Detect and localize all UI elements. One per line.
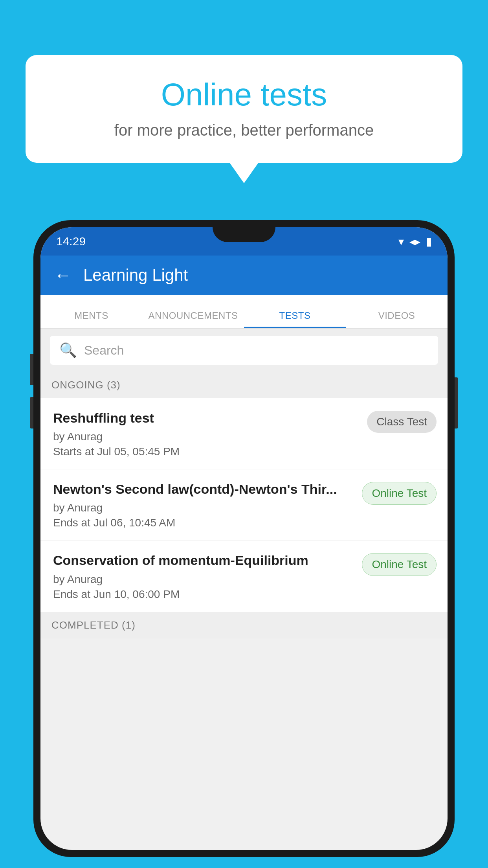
phone-content: ← Learning Light MENTS ANNOUNCEMENTS TES…	[40, 256, 448, 850]
signal-icon: ◂▸	[409, 235, 420, 248]
volume-down-button[interactable]	[30, 397, 33, 428]
test-info-1: Reshuffling test by Anurag Starts at Jul…	[53, 409, 359, 458]
test-badge-2: Online Test	[362, 482, 437, 505]
tab-ments[interactable]: MENTS	[40, 310, 142, 328]
back-button[interactable]: ←	[54, 267, 72, 284]
completed-section-header: COMPLETED (1)	[40, 612, 448, 638]
test-author-2: by Anurag	[53, 502, 354, 514]
search-container: 🔍 Search	[40, 329, 448, 372]
test-author-1: by Anurag	[53, 430, 359, 443]
list-item[interactable]: Reshuffling test by Anurag Starts at Jul…	[40, 398, 448, 469]
phone-notch	[213, 227, 275, 242]
test-list: Reshuffling test by Anurag Starts at Jul…	[40, 398, 448, 612]
ongoing-section-header: ONGOING (3)	[40, 372, 448, 398]
phone-screen: 14:29 ▾ ◂▸ ▮ ← Learning Light MENTS	[40, 227, 448, 850]
test-date-2: Ends at Jul 06, 10:45 AM	[53, 517, 354, 529]
test-title-2: Newton's Second law(contd)-Newton's Thir…	[53, 480, 354, 498]
phone-wrapper: 14:29 ▾ ◂▸ ▮ ← Learning Light MENTS	[33, 220, 455, 868]
power-button[interactable]	[455, 377, 458, 428]
phone-outer: 14:29 ▾ ◂▸ ▮ ← Learning Light MENTS	[33, 220, 455, 857]
search-input[interactable]: Search	[84, 343, 124, 358]
test-date-3: Ends at Jun 10, 06:00 PM	[53, 588, 354, 601]
list-item[interactable]: Newton's Second law(contd)-Newton's Thir…	[40, 469, 448, 541]
test-info-3: Conservation of momentum-Equilibrium by …	[53, 552, 354, 600]
app-bar: ← Learning Light	[40, 256, 448, 295]
test-author-3: by Anurag	[53, 573, 354, 586]
app-bar-title: Learning Light	[83, 266, 188, 285]
test-badge-1: Class Test	[367, 411, 437, 433]
test-date-1: Starts at Jul 05, 05:45 PM	[53, 445, 359, 458]
tab-tests[interactable]: TESTS	[244, 310, 346, 328]
tab-bar: MENTS ANNOUNCEMENTS TESTS VIDEOS	[40, 295, 448, 329]
search-box[interactable]: 🔍 Search	[50, 336, 438, 365]
search-icon: 🔍	[59, 342, 77, 359]
wifi-icon: ▾	[398, 235, 404, 248]
tab-videos[interactable]: VIDEOS	[346, 310, 448, 328]
bubble-subtitle: for more practice, better performance	[49, 121, 439, 139]
status-icons: ▾ ◂▸ ▮	[398, 235, 432, 248]
list-item[interactable]: Conservation of momentum-Equilibrium by …	[40, 541, 448, 612]
test-badge-3: Online Test	[362, 553, 437, 576]
test-info-2: Newton's Second law(contd)-Newton's Thir…	[53, 480, 354, 529]
volume-up-button[interactable]	[30, 354, 33, 385]
tab-announcements[interactable]: ANNOUNCEMENTS	[142, 310, 244, 328]
test-title-1: Reshuffling test	[53, 409, 359, 427]
battery-icon: ▮	[426, 235, 432, 248]
speech-bubble: Online tests for more practice, better p…	[26, 55, 462, 163]
status-time: 14:29	[56, 235, 86, 248]
bubble-title: Online tests	[49, 77, 439, 113]
test-title-3: Conservation of momentum-Equilibrium	[53, 552, 354, 569]
